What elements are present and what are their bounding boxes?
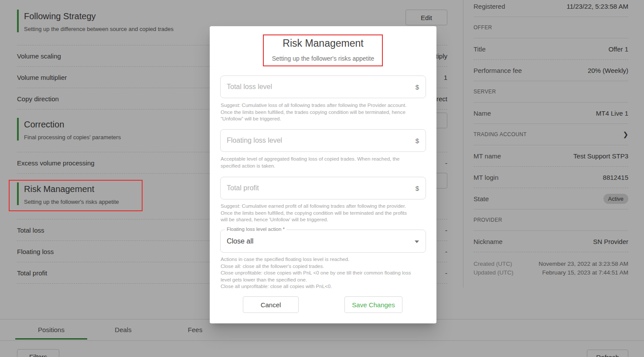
- select-value: Close all: [221, 237, 253, 245]
- helper-text: Suggest: Cumulative earned profit of all…: [221, 203, 411, 223]
- currency-suffix: $: [416, 185, 419, 192]
- total-loss-level-input[interactable]: [221, 76, 426, 98]
- total-profit-field: $: [220, 177, 426, 199]
- floating-loss-action-select[interactable]: Floating loss level action * Close all: [220, 230, 426, 253]
- helper-text: Acceptable level of aggregated floating …: [221, 156, 411, 169]
- annotation-rect-risk-section: [9, 180, 143, 211]
- helper-text: Suggest: Cumulative loss of all followin…: [221, 102, 411, 123]
- floating-loss-level-input[interactable]: [221, 130, 426, 151]
- save-changes-button[interactable]: Save Changes: [344, 296, 402, 313]
- annotation-rect-dialog-title: [263, 34, 383, 66]
- chevron-down-icon: [415, 240, 419, 243]
- total-profit-input[interactable]: [221, 177, 426, 199]
- floating-loss-level-field: $: [220, 129, 426, 152]
- currency-suffix: $: [416, 137, 419, 144]
- helper-text: Actions in case the specified floating l…: [221, 256, 411, 290]
- total-loss-level-field: $: [220, 76, 426, 98]
- currency-suffix: $: [416, 83, 419, 91]
- cancel-button[interactable]: Cancel: [243, 296, 299, 313]
- select-label: Floating loss level action *: [225, 227, 286, 232]
- risk-management-dialog: Risk Management Setting up the follower'…: [210, 26, 436, 323]
